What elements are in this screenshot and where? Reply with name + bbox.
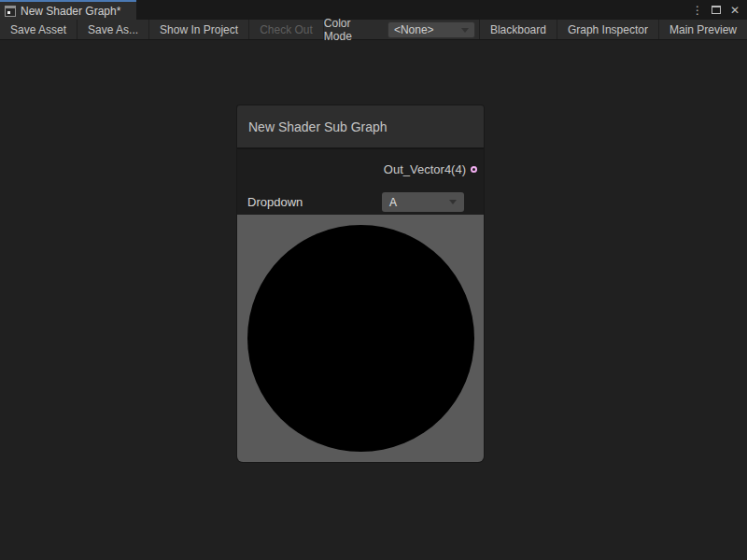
chevron-down-icon <box>449 200 457 204</box>
blackboard-button[interactable]: Blackboard <box>479 20 557 39</box>
document-tab[interactable]: New Shader Graph* <box>0 0 136 20</box>
window-controls: ⋮ ✕ <box>692 0 747 20</box>
subgraph-output-node[interactable]: New Shader Sub Graph Out_Vector4(4) Drop… <box>237 105 484 462</box>
node-title: New Shader Sub Graph <box>248 119 388 134</box>
window-menu-icon[interactable]: ⋮ <box>692 5 703 16</box>
color-mode-dropdown[interactable]: <None> <box>388 21 475 38</box>
node-title-bar: New Shader Sub Graph <box>237 105 484 149</box>
output-port[interactable] <box>471 166 477 173</box>
save-as-button[interactable]: Save As... <box>78 20 149 39</box>
dropdown-label: Dropdown <box>247 195 303 209</box>
tab-title: New Shader Graph* <box>21 5 120 18</box>
check-out-button[interactable]: Check Out <box>249 20 324 39</box>
main-preview-button[interactable]: Main Preview <box>658 20 747 39</box>
show-in-project-button[interactable]: Show In Project <box>149 20 249 39</box>
output-port-row: Out_Vector4(4) <box>237 149 484 189</box>
graph-inspector-button[interactable]: Graph Inspector <box>557 20 658 39</box>
close-icon[interactable]: ✕ <box>729 5 740 16</box>
toolbar: Save Asset Save As... Show In Project Ch… <box>0 20 747 40</box>
graph-canvas[interactable]: New Shader Sub Graph Out_Vector4(4) Drop… <box>0 40 747 560</box>
preview-sphere <box>247 225 474 452</box>
color-mode-label: Color Mode <box>324 20 388 39</box>
shader-graph-icon <box>5 6 16 17</box>
node-dropdown-value: A <box>389 196 397 209</box>
save-asset-button[interactable]: Save Asset <box>0 20 78 39</box>
node-body: Out_Vector4(4) Dropdown A <box>237 149 484 215</box>
node-preview <box>237 215 484 462</box>
maximize-icon[interactable] <box>712 6 721 14</box>
chevron-down-icon <box>461 28 469 33</box>
node-dropdown[interactable]: A <box>382 192 464 212</box>
dropdown-control-row: Dropdown A <box>237 189 484 215</box>
output-port-label: Out_Vector4(4) <box>384 162 466 176</box>
color-mode-value: <None> <box>394 23 434 36</box>
